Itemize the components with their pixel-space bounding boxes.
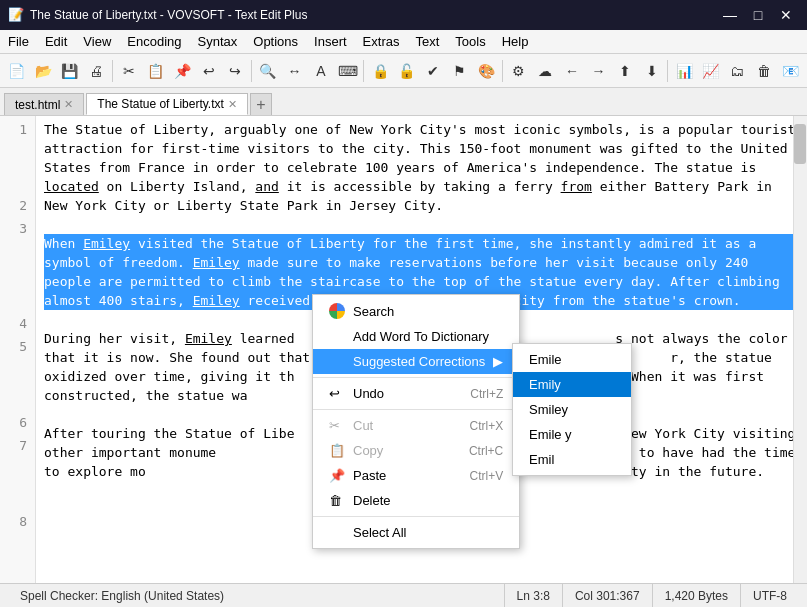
status-encoding: UTF-8	[741, 584, 799, 607]
menu-tools[interactable]: Tools	[447, 30, 493, 53]
tb-btn-19[interactable]: ⚙	[506, 58, 532, 84]
cm-select-all[interactable]: Select All	[313, 520, 519, 545]
toolbar: 📄 📂 💾 🖨 ✂ 📋 📌 ↩ ↪ 🔍 ↔ A ⌨ 🔒 🔓 ✔ ⚑ 🎨 ⚙ ☁ …	[0, 54, 807, 88]
tb-btn-29[interactable]: 📧	[778, 58, 804, 84]
cm-cut-icon: ✂	[329, 418, 345, 433]
tb-btn-15[interactable]: 🔓	[394, 58, 420, 84]
title-bar-controls: — □ ✕	[717, 4, 799, 26]
cm-sep-3	[313, 516, 519, 517]
cm-paste-icon: 📌	[329, 468, 345, 483]
menu-bar: File Edit View Encoding Syntax Options I…	[0, 30, 807, 54]
tb-btn-22[interactable]: →	[586, 58, 612, 84]
line-num-1: 1	[6, 120, 27, 139]
tb-btn-13[interactable]: ⌨	[335, 58, 361, 84]
vertical-scrollbar[interactable]	[793, 116, 807, 583]
tb-btn-27[interactable]: 🗂	[725, 58, 751, 84]
cm-add-word-label: Add Word To Dictionary	[353, 329, 489, 344]
status-spellchecker: Spell Checker: English (United States)	[8, 584, 505, 607]
menu-edit[interactable]: Edit	[37, 30, 75, 53]
menu-syntax[interactable]: Syntax	[190, 30, 246, 53]
tab-bar: test.html ✕ The Statue of Liberty.txt ✕ …	[0, 88, 807, 116]
cm-suggested[interactable]: Suggested Corrections ▶	[313, 349, 519, 374]
sub-emile-y[interactable]: Emile y	[513, 422, 631, 447]
app-icon: 📝	[8, 7, 24, 23]
cm-paste[interactable]: 📌 Paste Ctrl+V	[313, 463, 519, 488]
sub-smiley[interactable]: Smiley	[513, 397, 631, 422]
tb-btn-21[interactable]: ←	[559, 58, 585, 84]
tb-btn-18[interactable]: 🎨	[474, 58, 500, 84]
cm-copy-icon: 📋	[329, 443, 345, 458]
maximize-button[interactable]: □	[745, 4, 771, 26]
tb-btn-14[interactable]: 🔒	[367, 58, 393, 84]
cut-tb-button[interactable]: ✂	[116, 58, 142, 84]
line-num-4: 4	[6, 314, 27, 333]
tab-liberty[interactable]: The Statue of Liberty.txt ✕	[86, 93, 248, 115]
editor-line-2	[44, 215, 799, 234]
save-button[interactable]: 💾	[57, 58, 83, 84]
tb-btn-23[interactable]: ⬆	[612, 58, 638, 84]
search-tb-button[interactable]: 🔍	[255, 58, 281, 84]
sub-emily[interactable]: Emily	[513, 372, 631, 397]
cm-sep-2	[313, 409, 519, 410]
tab-test-html-close[interactable]: ✕	[64, 98, 73, 111]
cm-cut-label: Cut	[353, 418, 373, 433]
line-num-8: 8	[6, 512, 27, 531]
tb-btn-17[interactable]: ⚑	[447, 58, 473, 84]
print-button[interactable]: 🖨	[84, 58, 110, 84]
tb-btn-25[interactable]: 📊	[671, 58, 697, 84]
minimize-button[interactable]: —	[717, 4, 743, 26]
cm-paste-label: Paste	[353, 468, 386, 483]
line-num-7: 7	[6, 436, 27, 455]
close-button[interactable]: ✕	[773, 4, 799, 26]
tb-btn-20[interactable]: ☁	[533, 58, 559, 84]
menu-options[interactable]: Options	[245, 30, 306, 53]
status-spellchecker-text: Spell Checker: English (United States)	[20, 589, 224, 603]
cm-suggested-label: Suggested Corrections	[353, 354, 485, 369]
cm-delete[interactable]: 🗑 Delete	[313, 488, 519, 513]
tb-btn-16[interactable]: ✔	[420, 58, 446, 84]
tab-test-html[interactable]: test.html ✕	[4, 93, 84, 115]
cm-paste-shortcut: Ctrl+V	[470, 469, 504, 483]
tab-add-button[interactable]: +	[250, 93, 272, 115]
toolbar-sep-1	[112, 60, 113, 82]
status-bar: Spell Checker: English (United States) L…	[0, 583, 807, 607]
cm-search[interactable]: Search	[313, 298, 519, 324]
tb-btn-12[interactable]: A	[308, 58, 334, 84]
sub-emil[interactable]: Emil	[513, 447, 631, 472]
scrollbar-thumb[interactable]	[794, 124, 806, 164]
menu-help[interactable]: Help	[494, 30, 537, 53]
copy-tb-button[interactable]: 📋	[143, 58, 169, 84]
cm-copy[interactable]: 📋 Copy Ctrl+C	[313, 438, 519, 463]
toolbar-sep-5	[667, 60, 668, 82]
replace-tb-button[interactable]: ↔	[282, 58, 308, 84]
cm-cut-shortcut: Ctrl+X	[470, 419, 504, 433]
editor-area[interactable]: 1 2 3 4 5 6 7 8 The Statue of Liberty, a…	[0, 116, 807, 583]
toolbar-sep-3	[363, 60, 364, 82]
menu-text[interactable]: Text	[407, 30, 447, 53]
paste-tb-button[interactable]: 📌	[169, 58, 195, 84]
menu-insert[interactable]: Insert	[306, 30, 355, 53]
tb-btn-8[interactable]: ↩	[196, 58, 222, 84]
tb-btn-24[interactable]: ⬇	[639, 58, 665, 84]
tb-btn-28[interactable]: 🗑	[751, 58, 777, 84]
cm-undo-shortcut: Ctrl+Z	[470, 387, 503, 401]
tb-btn-26[interactable]: 📈	[698, 58, 724, 84]
status-col: Col 301:367	[563, 584, 653, 607]
tab-liberty-close[interactable]: ✕	[228, 98, 237, 111]
cm-add-word[interactable]: Add Word To Dictionary	[313, 324, 519, 349]
menu-file[interactable]: File	[0, 30, 37, 53]
tb-btn-9[interactable]: ↪	[222, 58, 248, 84]
cm-undo[interactable]: ↩ Undo Ctrl+Z	[313, 381, 519, 406]
tab-liberty-label: The Statue of Liberty.txt	[97, 97, 224, 111]
sub-emile[interactable]: Emile	[513, 347, 631, 372]
new-button[interactable]: 📄	[4, 58, 30, 84]
menu-encoding[interactable]: Encoding	[119, 30, 189, 53]
context-menu: Search Add Word To Dictionary Suggested …	[312, 294, 520, 549]
title-bar: 📝 The Statue of Liberty.txt - VOVSOFT - …	[0, 0, 807, 30]
menu-view[interactable]: View	[75, 30, 119, 53]
toolbar-sep-4	[502, 60, 503, 82]
cm-suggested-arrow: ▶	[493, 354, 503, 369]
menu-extras[interactable]: Extras	[355, 30, 408, 53]
cm-cut[interactable]: ✂ Cut Ctrl+X	[313, 413, 519, 438]
open-button[interactable]: 📂	[31, 58, 57, 84]
